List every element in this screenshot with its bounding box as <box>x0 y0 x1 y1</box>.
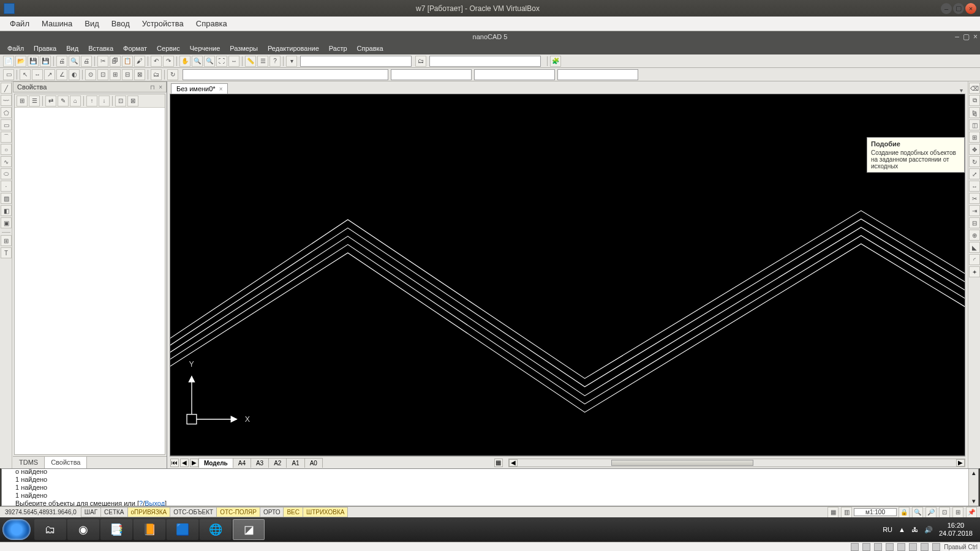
nc-menu-modify[interactable]: Редактирование <box>263 43 324 53</box>
color-dropdown[interactable] <box>474 69 555 80</box>
mirror-icon[interactable]: ⧎ <box>969 107 980 118</box>
status-paper-icon[interactable]: ▥ <box>841 507 852 518</box>
tab-overflow-icon[interactable]: ▾ <box>960 87 968 94</box>
line-icon[interactable]: ╱ <box>1 83 12 94</box>
text-icon[interactable]: T <box>1 247 12 258</box>
document-tab-close-icon[interactable]: × <box>219 86 223 92</box>
vb-menu-devices[interactable]: Устройства <box>136 17 190 30</box>
snap1-icon[interactable]: ⊙ <box>85 69 96 80</box>
lineweight-dropdown[interactable] <box>391 69 472 80</box>
copy-icon[interactable]: 🗐 <box>110 56 121 67</box>
nanocad-close[interactable]: × <box>973 32 978 41</box>
sheet-tab-a4[interactable]: A4 <box>233 458 251 468</box>
chamfer-icon[interactable]: ◣ <box>969 242 980 253</box>
sheet-nav-next[interactable]: ▶ <box>190 459 198 467</box>
start-button[interactable] <box>2 519 31 540</box>
offset-icon[interactable]: ◫ <box>969 119 980 130</box>
circle-icon[interactable]: ○ <box>1 144 12 155</box>
new-icon[interactable]: 📄 <box>3 56 14 67</box>
sheet-nav-prev[interactable]: ◀ <box>180 459 189 467</box>
props-tool-8[interactable]: ⊡ <box>115 96 126 107</box>
explorer-icon[interactable]: 🗂 <box>151 69 162 80</box>
table-icon[interactable]: ⊞ <box>1 235 12 246</box>
vb-usb-icon[interactable] <box>886 543 894 551</box>
properties-icon[interactable]: ☰ <box>257 56 268 67</box>
sheet-grid-icon[interactable]: ▦ <box>494 459 503 467</box>
vb-menu-input[interactable]: Ввод <box>105 17 136 30</box>
snap2-icon[interactable]: ⊡ <box>97 69 108 80</box>
maximize-button[interactable]: ▢ <box>953 3 964 14</box>
toggle-grid[interactable]: СЕТКА <box>100 507 128 517</box>
open-icon[interactable]: 📂 <box>15 56 26 67</box>
preview-icon[interactable]: 🔍 <box>69 56 80 67</box>
nc-menu-help[interactable]: Справка <box>352 43 388 53</box>
vb-record-icon[interactable] <box>921 543 929 551</box>
dim-aligned-icon[interactable]: ↗ <box>44 69 55 80</box>
nc-menu-edit[interactable]: Правка <box>29 43 61 53</box>
linetype-dropdown[interactable] <box>183 69 388 80</box>
nc-menu-format[interactable]: Формат <box>118 43 152 53</box>
nc-menu-insert[interactable]: Вставка <box>83 43 118 53</box>
zoom-prev-icon[interactable]: ↔ <box>228 56 239 67</box>
region-icon[interactable]: ▣ <box>1 217 12 228</box>
join-icon[interactable]: ⊕ <box>969 230 980 241</box>
layer-state-dropdown[interactable] <box>429 56 541 67</box>
cut-icon[interactable]: ✂ <box>97 56 108 67</box>
status-pin-icon[interactable]: 📌 <box>966 507 977 518</box>
match-icon[interactable]: 🖌 <box>134 56 145 67</box>
tray-network-icon[interactable]: 🖧 <box>911 526 918 533</box>
distance-icon[interactable]: 📏 <box>245 56 256 67</box>
move-icon[interactable]: ✥ <box>969 144 980 155</box>
props-tool-5[interactable]: ⌂ <box>70 96 81 107</box>
properties-tab-properties[interactable]: Свойства <box>45 457 87 468</box>
fillet-icon[interactable]: ◜ <box>969 254 980 265</box>
status-clean-icon[interactable]: ⊡ <box>939 507 950 518</box>
spline-icon[interactable]: ∿ <box>1 156 12 167</box>
save-icon[interactable]: 💾 <box>28 56 39 67</box>
vb-menu-file[interactable]: Файл <box>4 17 36 30</box>
props-tool-3[interactable]: ⇄ <box>45 96 56 107</box>
taskbar-app2[interactable]: 📙 <box>134 519 165 540</box>
zoom-icon[interactable]: 🔍 <box>192 56 203 67</box>
toggle-otrack-obj[interactable]: ОТС-ОБЪЕКТ <box>170 507 217 517</box>
redo-icon[interactable]: ↷ <box>163 56 174 67</box>
ellipse-icon[interactable]: ⬭ <box>1 168 12 179</box>
plotstyle-dropdown[interactable] <box>557 69 638 80</box>
nc-menu-service[interactable]: Сервис <box>152 43 185 53</box>
extend-icon[interactable]: ⇥ <box>969 205 980 216</box>
dim-linear-icon[interactable]: ↔ <box>32 69 43 80</box>
gradient-icon[interactable]: ◧ <box>1 205 12 216</box>
toggle-hatch[interactable]: ШТРИХОВКА <box>303 507 348 517</box>
taskbar-nanocad[interactable]: ◪ <box>233 519 265 540</box>
tray-clock[interactable]: 16:20 24.07.2018 <box>939 522 973 538</box>
scale-icon[interactable]: ⤢ <box>969 168 980 179</box>
vb-menu-help[interactable]: Справка <box>190 17 233 30</box>
help-icon[interactable]: ? <box>270 56 281 67</box>
layer-dropdown[interactable] <box>300 56 412 67</box>
trim-icon[interactable]: ✂ <box>969 193 980 204</box>
rotate-icon[interactable]: ↻ <box>969 156 980 167</box>
vb-shared-icon[interactable] <box>897 543 905 551</box>
nanocad-minimize[interactable]: – <box>955 32 959 41</box>
horizontal-scrollbar[interactable]: ◀ ▶ <box>508 459 965 467</box>
props-tool-6[interactable]: ↑ <box>86 96 97 107</box>
taskbar-app1[interactable]: 📑 <box>100 519 132 540</box>
snap5-icon[interactable]: ⊠ <box>134 69 145 80</box>
point-icon[interactable]: · <box>1 181 12 192</box>
properties-tab-tdms[interactable]: TDMS <box>13 457 45 468</box>
drawing-canvas[interactable]: X Y Подобие Создание подобных объектов н… <box>170 94 965 456</box>
props-tool-1[interactable]: ⊞ <box>17 96 28 107</box>
paste-icon[interactable]: 📋 <box>122 56 133 67</box>
hscroll-thumb[interactable] <box>611 460 753 466</box>
sheet-tab-a0[interactable]: A0 <box>304 458 323 468</box>
dim-radius-icon[interactable]: ◐ <box>69 69 80 80</box>
taskbar-app4[interactable]: 🌐 <box>200 519 232 540</box>
vb-network-icon[interactable] <box>874 543 882 551</box>
vb-display-icon[interactable] <box>909 543 917 551</box>
snap4-icon[interactable]: ⊟ <box>122 69 133 80</box>
vb-hdd-icon[interactable] <box>851 543 859 551</box>
document-tab[interactable]: Без имени0* × <box>171 83 228 94</box>
status-lock-icon[interactable]: 🔒 <box>899 507 910 518</box>
zoom-extents-icon[interactable]: ⛶ <box>216 56 227 67</box>
dim-angular-icon[interactable]: ∠ <box>56 69 67 80</box>
